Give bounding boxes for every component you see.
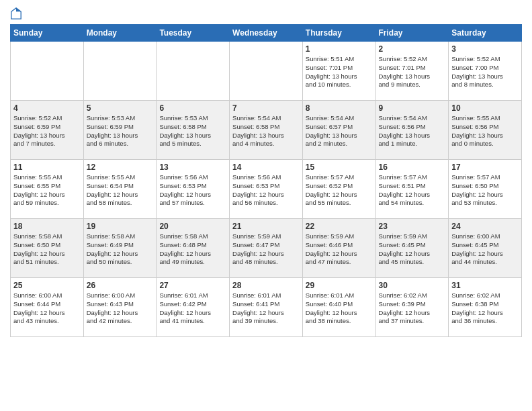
calendar-cell — [11, 42, 84, 101]
cell-content: Sunrise: 5:58 AM Sunset: 6:48 PM Dayligh… — [159, 232, 226, 267]
logo-icon — [10, 7, 22, 20]
cell-content: Sunrise: 5:54 AM Sunset: 6:57 PM Dayligh… — [306, 114, 373, 148]
header-cell-monday: Monday — [83, 25, 157, 42]
day-number: 30 — [379, 281, 446, 290]
calendar-week-1: 1Sunrise: 5:51 AM Sunset: 7:01 PM Daylig… — [11, 42, 522, 101]
calendar-week-5: 25Sunrise: 6:00 AM Sunset: 6:44 PM Dayli… — [11, 278, 522, 337]
cell-content: Sunrise: 6:02 AM Sunset: 6:39 PM Dayligh… — [379, 291, 446, 326]
day-number: 3 — [451, 44, 519, 54]
calendar-cell: 23Sunrise: 5:59 AM Sunset: 6:45 PM Dayli… — [375, 219, 449, 278]
day-number: 25 — [13, 281, 81, 290]
calendar-cell — [230, 42, 303, 101]
calendar-cell: 9Sunrise: 5:54 AM Sunset: 6:56 PM Daylig… — [375, 101, 449, 160]
day-number: 16 — [379, 163, 446, 172]
cell-content: Sunrise: 6:02 AM Sunset: 6:38 PM Dayligh… — [451, 291, 519, 326]
day-number: 19 — [87, 222, 154, 231]
calendar-cell: 30Sunrise: 6:02 AM Sunset: 6:39 PM Dayli… — [375, 278, 449, 337]
day-number: 22 — [306, 222, 373, 231]
calendar-cell: 24Sunrise: 6:00 AM Sunset: 6:45 PM Dayli… — [449, 219, 522, 278]
cell-content: Sunrise: 5:53 AM Sunset: 6:59 PM Dayligh… — [87, 114, 154, 148]
cell-content: Sunrise: 6:00 AM Sunset: 6:43 PM Dayligh… — [87, 291, 154, 326]
cell-content: Sunrise: 5:59 AM Sunset: 6:47 PM Dayligh… — [232, 232, 300, 267]
day-number: 4 — [13, 103, 81, 113]
calendar-cell: 16Sunrise: 5:57 AM Sunset: 6:51 PM Dayli… — [375, 160, 449, 219]
calendar-cell: 2Sunrise: 5:52 AM Sunset: 7:01 PM Daylig… — [375, 42, 449, 101]
calendar-cell: 31Sunrise: 6:02 AM Sunset: 6:38 PM Dayli… — [449, 278, 522, 337]
cell-content: Sunrise: 5:57 AM Sunset: 6:51 PM Dayligh… — [379, 173, 446, 208]
day-number: 24 — [451, 222, 519, 231]
header-row: SundayMondayTuesdayWednesdayThursdayFrid… — [11, 25, 522, 42]
calendar-cell: 15Sunrise: 5:57 AM Sunset: 6:52 PM Dayli… — [302, 160, 375, 219]
cell-content: Sunrise: 5:56 AM Sunset: 6:53 PM Dayligh… — [232, 173, 300, 208]
calendar-cell: 6Sunrise: 5:53 AM Sunset: 6:58 PM Daylig… — [157, 101, 230, 160]
calendar-cell: 11Sunrise: 5:55 AM Sunset: 6:55 PM Dayli… — [11, 160, 84, 219]
calendar-cell: 13Sunrise: 5:56 AM Sunset: 6:53 PM Dayli… — [157, 160, 230, 219]
cell-content: Sunrise: 6:01 AM Sunset: 6:42 PM Dayligh… — [159, 291, 226, 326]
cell-content: Sunrise: 5:54 AM Sunset: 6:56 PM Dayligh… — [379, 114, 446, 148]
day-number: 31 — [451, 281, 519, 290]
cell-content: Sunrise: 6:01 AM Sunset: 6:41 PM Dayligh… — [232, 291, 300, 326]
header-cell-sunday: Sunday — [11, 25, 84, 42]
calendar-week-2: 4Sunrise: 5:52 AM Sunset: 6:59 PM Daylig… — [11, 101, 522, 160]
day-number: 27 — [159, 281, 226, 290]
header-cell-friday: Friday — [375, 25, 449, 42]
calendar-cell: 10Sunrise: 5:55 AM Sunset: 6:56 PM Dayli… — [449, 101, 522, 160]
calendar-cell: 19Sunrise: 5:58 AM Sunset: 6:49 PM Dayli… — [83, 219, 157, 278]
cell-content: Sunrise: 5:55 AM Sunset: 6:56 PM Dayligh… — [451, 114, 519, 148]
calendar-cell: 18Sunrise: 5:58 AM Sunset: 6:50 PM Dayli… — [11, 219, 84, 278]
cell-content: Sunrise: 6:00 AM Sunset: 6:44 PM Dayligh… — [13, 291, 81, 326]
day-number: 11 — [13, 163, 81, 172]
cell-content: Sunrise: 6:01 AM Sunset: 6:40 PM Dayligh… — [306, 291, 373, 326]
calendar-cell: 3Sunrise: 5:52 AM Sunset: 7:00 PM Daylig… — [449, 42, 522, 101]
day-number: 12 — [87, 163, 154, 172]
calendar-cell: 4Sunrise: 5:52 AM Sunset: 6:59 PM Daylig… — [11, 101, 84, 160]
calendar-cell: 27Sunrise: 6:01 AM Sunset: 6:42 PM Dayli… — [157, 278, 230, 337]
header-cell-saturday: Saturday — [449, 25, 522, 42]
cell-content: Sunrise: 5:56 AM Sunset: 6:53 PM Dayligh… — [159, 173, 226, 208]
header-cell-tuesday: Tuesday — [157, 25, 230, 42]
day-number: 10 — [451, 103, 519, 113]
day-number: 15 — [306, 163, 373, 172]
calendar-cell: 12Sunrise: 5:55 AM Sunset: 6:54 PM Dayli… — [83, 160, 157, 219]
day-number: 5 — [87, 103, 154, 113]
header-cell-thursday: Thursday — [302, 25, 375, 42]
day-number: 23 — [379, 222, 446, 231]
calendar-cell: 21Sunrise: 5:59 AM Sunset: 6:47 PM Dayli… — [230, 219, 303, 278]
cell-content: Sunrise: 5:58 AM Sunset: 6:49 PM Dayligh… — [87, 232, 154, 267]
cell-content: Sunrise: 5:55 AM Sunset: 6:54 PM Dayligh… — [87, 173, 154, 208]
calendar-cell: 26Sunrise: 6:00 AM Sunset: 6:43 PM Dayli… — [83, 278, 157, 337]
calendar-cell — [83, 42, 157, 101]
cell-content: Sunrise: 5:57 AM Sunset: 6:52 PM Dayligh… — [306, 173, 373, 208]
day-number: 14 — [232, 163, 300, 172]
day-number: 20 — [159, 222, 226, 231]
day-number: 9 — [379, 103, 446, 113]
calendar-cell: 8Sunrise: 5:54 AM Sunset: 6:57 PM Daylig… — [302, 101, 375, 160]
calendar-cell: 25Sunrise: 6:00 AM Sunset: 6:44 PM Dayli… — [11, 278, 84, 337]
cell-content: Sunrise: 5:52 AM Sunset: 6:59 PM Dayligh… — [13, 114, 81, 148]
cell-content: Sunrise: 5:55 AM Sunset: 6:55 PM Dayligh… — [13, 173, 81, 208]
day-number: 6 — [159, 103, 226, 113]
calendar-week-3: 11Sunrise: 5:55 AM Sunset: 6:55 PM Dayli… — [11, 160, 522, 219]
cell-content: Sunrise: 5:54 AM Sunset: 6:58 PM Dayligh… — [232, 114, 300, 148]
calendar-cell: 5Sunrise: 5:53 AM Sunset: 6:59 PM Daylig… — [83, 101, 157, 160]
calendar-cell: 17Sunrise: 5:57 AM Sunset: 6:50 PM Dayli… — [449, 160, 522, 219]
cell-content: Sunrise: 5:57 AM Sunset: 6:50 PM Dayligh… — [451, 173, 519, 208]
calendar-table: SundayMondayTuesdayWednesdayThursdayFrid… — [10, 24, 522, 337]
cell-content: Sunrise: 5:59 AM Sunset: 6:45 PM Dayligh… — [379, 232, 446, 267]
day-number: 21 — [232, 222, 300, 231]
day-number: 26 — [87, 281, 154, 290]
day-number: 2 — [379, 44, 446, 54]
cell-content: Sunrise: 5:59 AM Sunset: 6:46 PM Dayligh… — [306, 232, 373, 267]
day-number: 18 — [13, 222, 81, 231]
day-number: 13 — [159, 163, 226, 172]
cell-content: Sunrise: 5:51 AM Sunset: 7:01 PM Dayligh… — [306, 55, 373, 89]
calendar-cell: 29Sunrise: 6:01 AM Sunset: 6:40 PM Dayli… — [302, 278, 375, 337]
day-number: 1 — [306, 44, 373, 54]
cell-content: Sunrise: 6:00 AM Sunset: 6:45 PM Dayligh… — [451, 232, 519, 267]
calendar-cell: 14Sunrise: 5:56 AM Sunset: 6:53 PM Dayli… — [230, 160, 303, 219]
calendar-body: 1Sunrise: 5:51 AM Sunset: 7:01 PM Daylig… — [11, 42, 522, 337]
day-number: 7 — [232, 103, 300, 113]
cell-content: Sunrise: 5:53 AM Sunset: 6:58 PM Dayligh… — [159, 114, 226, 148]
day-number: 8 — [306, 103, 373, 113]
day-number: 28 — [232, 281, 300, 290]
